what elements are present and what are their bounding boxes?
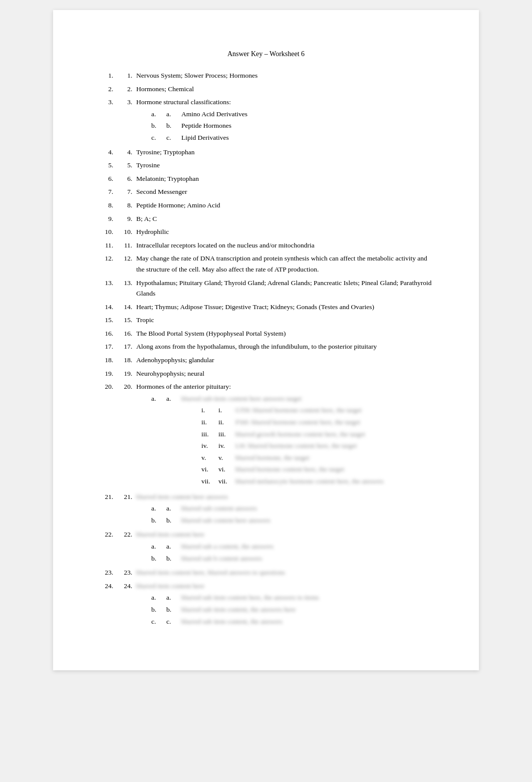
item-content: Melatonin; Tryptophan bbox=[136, 173, 434, 184]
page: Answer Key – Worksheet 6 1. Nervous Syst… bbox=[53, 10, 479, 670]
blurred-text: blurred sub content here answers bbox=[181, 516, 271, 524]
sub-list-item-blurred: a. blurred sub-item content here answers… bbox=[151, 393, 434, 488]
blurred-text: blurred item content here bbox=[136, 531, 204, 538]
list-item: 14. Heart; Thymus; Adipose Tissue; Diges… bbox=[98, 302, 434, 313]
list-item: 6. Melatonin; Tryptophan bbox=[98, 173, 434, 184]
sub-list-item: a. blurred sub item content here, the an… bbox=[151, 592, 434, 603]
item-content: Second Messenger bbox=[136, 186, 434, 197]
item-content: Adenohypophysis; glandular bbox=[136, 355, 434, 366]
sub-list-item: a. Amino Acid Derivatives bbox=[151, 109, 434, 120]
sub-item-content: Peptide Hormones bbox=[181, 120, 434, 131]
list-item: 9. B; A; C bbox=[98, 213, 434, 224]
blurred-text: blurred sub-item content here answers ta… bbox=[181, 395, 302, 402]
item-content-blurred: blurred item content here answers a. blu… bbox=[136, 491, 434, 527]
item-text: Neurohypophysis; neural bbox=[136, 370, 204, 377]
item-text: Hormones of the anterior pituitary: bbox=[136, 383, 231, 390]
list-item: 10. Hydrophilic bbox=[98, 226, 434, 237]
blurred-text: blurred sub b content answers bbox=[181, 555, 262, 562]
list-item: 3. Hormone structural classifications: a… bbox=[98, 97, 434, 144]
sub-list-item: a. blurred sub content answers bbox=[151, 503, 434, 514]
item-text: Melatonin; Tryptophan bbox=[136, 175, 199, 182]
blurred-text: blurred sub item content here, the answe… bbox=[181, 594, 319, 601]
item-content: Nervous System; Slower Process; Hormones bbox=[136, 70, 434, 81]
sub-sub-item: vi. blurred hormone content here, the ta… bbox=[201, 464, 434, 475]
list-item: 7. Second Messenger bbox=[98, 186, 434, 197]
list-item-blurred: 23. blurred item content here, blurred a… bbox=[98, 567, 434, 578]
sub-list-item: a. blurred sub a content, the answers bbox=[151, 541, 434, 552]
sub-list-item: b. blurred sub item content, the answers… bbox=[151, 604, 434, 615]
item-text: Peptide Hormone; Amino Acid bbox=[136, 201, 220, 209]
blurred-text: blurred item content here answers bbox=[136, 493, 228, 500]
item-content: Hormones; Chemical bbox=[136, 84, 434, 95]
sub-sub-item: iv. LH: blurred hormone content here, th… bbox=[201, 440, 434, 451]
blurred-text: blurred item content here bbox=[136, 582, 204, 590]
item-content: May change the rate of DNA transcription… bbox=[136, 253, 434, 275]
blurred-text: blurred sub item content, the answers he… bbox=[181, 606, 296, 613]
blurred-text: blurred item content here, blurred answe… bbox=[136, 569, 285, 576]
item-content: Hydrophilic bbox=[136, 226, 434, 237]
sub-list-item: c. Lipid Derivatives bbox=[151, 132, 434, 143]
blurred-text: blurred sub item content, the answers bbox=[181, 618, 283, 625]
item-text: Tyrosine; Tryptophan bbox=[136, 148, 194, 156]
blurred-text: blurred hormone content here, the target bbox=[235, 465, 344, 473]
item-content: Neurohypophysis; neural bbox=[136, 368, 434, 379]
list-item: 16. The Blood Portal System (Hypophyseal… bbox=[98, 328, 434, 339]
item-content: B; A; C bbox=[136, 213, 434, 224]
sub-item-content: Amino Acid Derivatives bbox=[181, 109, 434, 120]
item-text: Intracellular receptors located on the n… bbox=[136, 241, 315, 249]
sub-list-item: b. Peptide Hormones bbox=[151, 120, 434, 131]
item-content: Heart; Thymus; Adipose Tissue; Digestive… bbox=[136, 302, 434, 313]
list-item: 8. Peptide Hormone; Amino Acid bbox=[98, 200, 434, 211]
item-text: Second Messenger bbox=[136, 188, 187, 195]
sub-list-blurred: a. blurred sub-item content here answers… bbox=[136, 393, 434, 488]
list-item-blurred: 21. blurred item content here answers a.… bbox=[98, 491, 434, 527]
sub-list: a. Amino Acid Derivatives b. Peptide Hor… bbox=[136, 109, 434, 143]
item-content: Tropic bbox=[136, 315, 434, 326]
page-title: Answer Key – Worksheet 6 bbox=[98, 50, 434, 58]
sub-sub-item: ii. FSH: blurred hormone content here, t… bbox=[201, 417, 434, 428]
item-text: Hydrophilic bbox=[136, 228, 169, 235]
blurred-text: blurred growth hormone content here, the… bbox=[235, 430, 365, 438]
item-text: Adenohypophysis; glandular bbox=[136, 356, 214, 364]
item-text: Hormones; Chemical bbox=[136, 85, 194, 93]
list-item: 5. Tyrosine bbox=[98, 160, 434, 171]
item-content-blurred: blurred item content here a. blurred sub… bbox=[136, 529, 434, 565]
list-item: 20. Hormones of the anterior pituitary: … bbox=[98, 381, 434, 488]
sub-sub-list: i. GTH: blurred hormone content here, th… bbox=[181, 405, 434, 486]
item-text: Hormone structural classifications: bbox=[136, 98, 231, 106]
item-content: Along axons from the hypothalamus, throu… bbox=[136, 341, 434, 352]
item-content-blurred: blurred item content here, blurred answe… bbox=[136, 567, 434, 578]
blurred-text: FSH: blurred hormone content here, the t… bbox=[235, 418, 360, 426]
sub-item-content-blurred: blurred sub-item content here answers ta… bbox=[181, 393, 434, 488]
item-content: Hormones of the anterior pituitary: a. b… bbox=[136, 381, 434, 488]
item-text: B; A; C bbox=[136, 215, 157, 222]
blurred-text: blurred sub a content, the answers bbox=[181, 543, 274, 550]
blurred-text: LH: blurred hormone content here, the ta… bbox=[235, 442, 357, 449]
main-list: 1. Nervous System; Slower Process; Hormo… bbox=[98, 70, 434, 628]
list-item-blurred: 24. blurred item content here a. blurred… bbox=[98, 581, 434, 628]
sub-item-text: Lipid Derivatives bbox=[181, 134, 229, 141]
sub-list-blurred-22: a. blurred sub a content, the answers b.… bbox=[136, 541, 434, 564]
item-text: Tyrosine bbox=[136, 161, 160, 169]
item-text: Along axons from the hypothalamus, throu… bbox=[136, 343, 377, 350]
list-item: 12. May change the rate of DNA transcrip… bbox=[98, 253, 434, 275]
item-content: Tyrosine bbox=[136, 160, 434, 171]
item-content: Hypothalamus; Pituitary Gland; Thyroid G… bbox=[136, 278, 434, 299]
item-content: Peptide Hormone; Amino Acid bbox=[136, 200, 434, 211]
sub-list-item: b. blurred sub b content answers bbox=[151, 553, 434, 564]
sub-sub-item: vii. blurred melanocyte hormone content … bbox=[201, 476, 434, 487]
item-content: Tyrosine; Tryptophan bbox=[136, 147, 434, 158]
list-item: 2. Hormones; Chemical bbox=[98, 84, 434, 95]
list-item: 19. Neurohypophysis; neural bbox=[98, 368, 434, 379]
item-content: Intracellular receptors located on the n… bbox=[136, 240, 434, 251]
list-item: 15. Tropic bbox=[98, 315, 434, 326]
list-item: 4. Tyrosine; Tryptophan bbox=[98, 147, 434, 158]
sub-list-blurred-21: a. blurred sub content answers b. blurre… bbox=[136, 503, 434, 526]
item-text: Hypothalamus; Pituitary Gland; Thyroid G… bbox=[136, 279, 432, 298]
blurred-text: blurred sub content answers bbox=[181, 504, 257, 512]
item-text: May change the rate of DNA transcription… bbox=[136, 254, 427, 273]
blurred-text: blurred hormone, the target bbox=[235, 454, 309, 461]
item-text: Tropic bbox=[136, 316, 154, 324]
blurred-text: GTH: blurred hormone content here, the t… bbox=[235, 406, 362, 414]
item-content-blurred: blurred item content here a. blurred sub… bbox=[136, 581, 434, 628]
